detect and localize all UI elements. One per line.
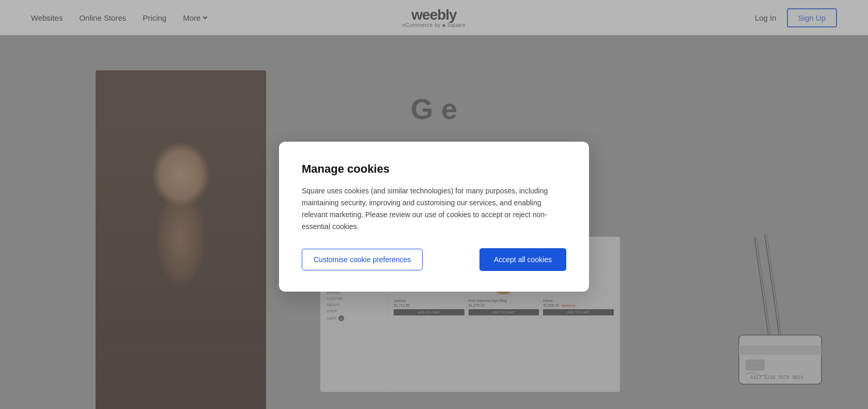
accept-cookies-button[interactable]: Accept all cookies [479,248,566,271]
customise-cookies-button[interactable]: Customise cookie preferences [302,249,423,270]
modal-body: Square uses cookies (and similar technol… [302,185,566,233]
modal-title: Manage cookies [302,162,566,176]
modal-actions: Customise cookie preferences Accept all … [302,248,566,271]
cookie-modal: Manage cookies Square uses cookies (and … [279,142,589,292]
